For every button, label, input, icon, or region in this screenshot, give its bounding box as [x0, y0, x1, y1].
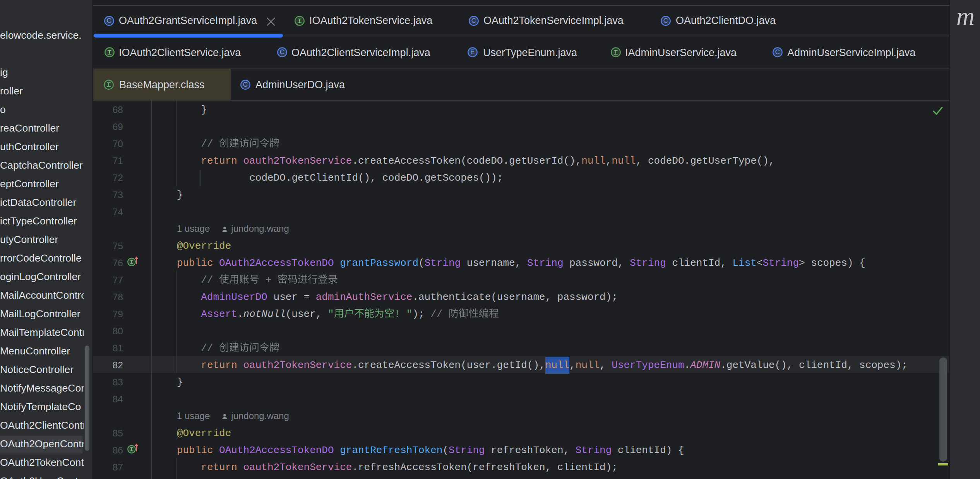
svg-text:E: E: [470, 48, 475, 56]
svg-text:C: C: [280, 48, 284, 56]
svg-text:C: C: [775, 48, 780, 56]
svg-text:C: C: [663, 17, 668, 24]
svg-text:C: C: [243, 81, 248, 88]
svg-text:C: C: [471, 17, 476, 24]
svg-text:C: C: [107, 17, 111, 24]
